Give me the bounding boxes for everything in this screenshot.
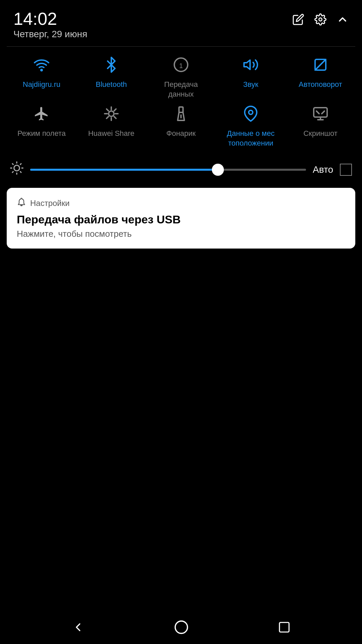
toggle-flashlight[interactable]: Фонарик [154,106,208,148]
airplane-label: Режим полета [17,129,66,139]
svg-line-24 [20,164,21,164]
brightness-icon [10,161,23,178]
toggle-bluetooth[interactable]: Bluetooth [84,57,138,99]
svg-line-20 [20,172,21,172]
airplane-icon [34,106,50,125]
wifi-label: Najdiigru.ru [23,80,61,90]
date: Четверг, 29 июня [13,29,87,40]
nav-bar [0,610,362,644]
notif-header: Настройки [17,197,345,209]
toggle-rotation[interactable]: Автоповорот [294,57,347,99]
location-label: Данные о мес тоположении [227,129,275,148]
collapse-icon[interactable] [337,13,349,29]
bluetooth-icon [103,57,119,76]
brightness-row: Авто [0,158,362,184]
status-bar: 14:02 Четверг, 29 июня [0,0,362,46]
notif-app-icon [17,197,26,209]
svg-line-19 [12,164,13,164]
toggle-airplane[interactable]: Режим полета [15,106,68,148]
huawei-share-label: Huawei Share [88,129,134,139]
notif-subtitle: Нажмите, чтобы посмотреть [17,229,345,239]
toggle-data[interactable]: 1 Передача данных [154,57,208,99]
svg-point-1 [41,69,42,71]
toggle-huawei-share[interactable]: Huawei Share [84,106,138,148]
svg-point-0 [319,18,322,21]
svg-point-16 [14,165,20,171]
quick-toggles: Najdiigru.ru Bluetooth 1 Передача данных [0,47,362,158]
time-block: 14:02 Четверг, 29 июня [13,10,87,40]
svg-line-15 [322,111,324,114]
nav-recent-button[interactable] [278,621,291,634]
rotation-icon [312,57,328,76]
bluetooth-label: Bluetooth [96,80,127,90]
brightness-thumb[interactable] [212,164,224,176]
header-icons [292,10,349,29]
svg-point-10 [249,110,253,114]
settings-icon[interactable] [314,13,326,29]
nav-back-button[interactable] [71,621,85,634]
notif-app-name: Настройки [30,199,70,208]
notif-title: Передача файлов через USB [17,213,345,226]
svg-line-6 [315,59,326,70]
svg-marker-4 [244,60,250,69]
toggle-wifi[interactable]: Najdiigru.ru [15,57,68,99]
clock: 14:02 [13,10,87,28]
huawei-share-icon [103,106,119,125]
location-icon [243,106,259,125]
svg-rect-8 [179,107,183,112]
svg-text:1: 1 [179,62,183,69]
svg-point-25 [175,621,188,634]
toggle-location[interactable]: Данные о мес тоположении [224,106,278,148]
data-icon: 1 [173,57,189,76]
svg-line-23 [12,172,13,172]
flashlight-icon [173,106,189,125]
brightness-fill [30,169,218,171]
sound-icon [243,57,259,76]
svg-line-14 [316,111,319,114]
data-label: Передача данных [164,80,198,99]
rotation-label: Автоповорот [299,80,342,90]
toggle-row-2: Режим полета Huawei Share [7,106,355,148]
notification-card[interactable]: Настройки Передача файлов через USB Нажм… [7,188,355,249]
wifi-icon [34,57,50,76]
sound-label: Звук [243,80,258,90]
nav-home-button[interactable] [174,620,189,635]
auto-label: Авто [313,164,333,175]
auto-checkbox[interactable] [340,164,352,176]
svg-point-7 [109,111,114,116]
svg-rect-11 [314,108,327,117]
edit-icon[interactable] [292,13,304,29]
svg-rect-26 [280,623,289,632]
flashlight-label: Фонарик [166,129,196,139]
toggle-sound[interactable]: Звук [224,57,278,99]
screenshot-label: Скриншот [303,129,338,139]
toggle-row-1: Najdiigru.ru Bluetooth 1 Передача данных [7,57,355,99]
screenshot-icon [312,106,328,125]
brightness-slider[interactable] [30,169,306,171]
toggle-screenshot[interactable]: Скриншот [294,106,347,148]
